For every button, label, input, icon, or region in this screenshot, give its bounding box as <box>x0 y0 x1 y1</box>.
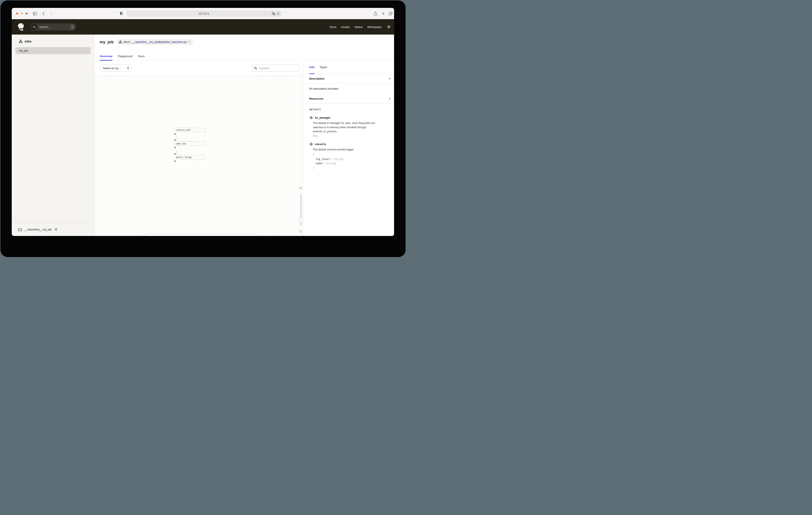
input-port <box>174 153 176 155</box>
jobs-header: Jobs <box>12 34 94 43</box>
select-caret-icon <box>127 67 129 70</box>
dag-column: Select an op... <box>94 61 303 236</box>
dag-edge <box>177 135 177 141</box>
reload-icon[interactable] <box>277 12 280 15</box>
search-shortcut-badge: / <box>70 25 74 29</box>
breadcrumb-prefix: Job in <box>123 40 130 44</box>
chevron-down-icon: ▼ <box>389 78 390 80</box>
zoom-slider-handle[interactable] <box>299 217 303 222</box>
folder-icon <box>18 228 22 231</box>
job-graph-icon <box>19 40 22 43</box>
op-subset-placeholder: Type an op subset... (ex: add_two+*) <box>150 236 193 236</box>
browser-chrome: 127.0.0.1 <box>12 8 394 19</box>
tab-overview-icon[interactable] <box>389 8 393 19</box>
dag-toolbar: Select an op... <box>94 61 303 76</box>
main-content: my_job Job in __repository__my_job@pipel… <box>94 34 394 236</box>
select-op-label: Select an op... <box>103 66 120 70</box>
op-node-return-one[interactable]: return_one <box>175 128 205 132</box>
input-port <box>174 139 176 141</box>
nav-status[interactable]: Status <box>354 25 362 29</box>
minimize-window-button[interactable] <box>21 12 23 15</box>
resource-description: The default io manager for Jobs. Uses fi… <box>313 121 383 134</box>
chevron-down-icon: ▼ <box>389 98 390 100</box>
resource-description: The default colored console logger. <box>313 147 383 152</box>
zoom-in-icon[interactable] <box>299 186 302 190</box>
tab-runs[interactable]: Runs <box>138 55 145 61</box>
fullscreen-window-button[interactable] <box>26 12 28 15</box>
output-port <box>174 133 176 135</box>
description-empty-text: No description provided <box>303 83 394 94</box>
job-tabs: Overview Playground Runs <box>99 55 145 61</box>
highlight-placeholder: Highlight... <box>259 67 271 70</box>
tab-playground[interactable]: Playground <box>118 55 133 61</box>
info-panel: Info Types Description ▼ No description … <box>303 61 394 236</box>
top-nav: Runs Assets Status Workspace ⚙ <box>330 19 390 34</box>
highlight-search-input[interactable]: Highlight... <box>252 65 300 72</box>
op-subset-input[interactable]: Type an op subset... (ex: add_two+*) <box>142 234 257 236</box>
search-icon <box>254 67 257 70</box>
search-icon <box>31 24 37 30</box>
dag-canvas[interactable]: return_one add_two multi_three <box>94 76 303 236</box>
output-port <box>174 147 176 148</box>
page-title: my_job <box>99 40 114 44</box>
dag-edge <box>177 151 177 155</box>
resource-type: Any <box>313 134 388 137</box>
share-icon[interactable] <box>374 8 377 19</box>
close-window-button[interactable] <box>16 12 18 15</box>
translate-icon[interactable] <box>272 12 275 16</box>
op-node-multi-three[interactable]: multi_three <box>175 155 205 159</box>
nav-assets[interactable]: Assets <box>341 25 350 29</box>
tab-types[interactable]: Types <box>320 61 327 74</box>
new-tab-icon[interactable] <box>382 8 385 19</box>
tab-overview[interactable]: Overview <box>99 55 112 61</box>
op-selector-icon <box>144 235 148 236</box>
tab-info[interactable]: Info <box>309 61 315 74</box>
sidebar-item-my-job[interactable]: my_job <box>16 47 91 54</box>
resources-body: default io_manager The default io <box>303 104 394 174</box>
url-bar[interactable]: 127.0.0.1 <box>126 10 282 17</box>
page-header: my_job Job in __repository__my_job@pipel… <box>94 34 394 61</box>
settings-gear-icon[interactable]: ⚙ <box>387 25 390 29</box>
resources-section-header[interactable]: Resources ▼ <box>303 94 394 104</box>
jobs-sidebar: Jobs my_job __repository__my_job <box>12 34 94 236</box>
forward-button[interactable] <box>50 8 52 19</box>
sidebar-toggle-icon[interactable] <box>33 8 37 19</box>
zoom-out-icon[interactable] <box>299 230 302 234</box>
mode-name: default <box>309 108 388 111</box>
nav-workspace[interactable]: Workspace <box>367 25 381 29</box>
back-button[interactable] <box>42 8 45 19</box>
breadcrumb-repo-link[interactable]: __repository__my_job@pipeline_execution.… <box>132 40 186 44</box>
resource-config-schema: { log_level?: String name?: String } <box>313 153 388 170</box>
breadcrumb-reload-icon[interactable] <box>188 40 191 43</box>
resource-icon <box>310 142 313 146</box>
info-panel-tabs: Info Types <box>303 61 394 74</box>
global-search-input[interactable]: Search... / <box>30 23 76 30</box>
app-header: Search... / Runs Assets Status Workspace… <box>12 19 394 34</box>
resource-console: console The default colored console logg… <box>309 142 388 170</box>
privacy-shield-icon[interactable] <box>120 8 123 19</box>
browser-window: 127.0.0.1 <box>12 8 394 236</box>
description-section-header[interactable]: Description ▼ <box>303 74 394 83</box>
repository-row[interactable]: __repository__my_job <box>12 223 94 236</box>
dagster-logo[interactable] <box>17 23 25 31</box>
nav-runs[interactable]: Runs <box>330 25 337 29</box>
resource-io-manager: io_manager The default io manager for Jo… <box>309 116 388 137</box>
url-text: 127.0.0.1 <box>199 12 209 15</box>
select-op-dropdown[interactable]: Select an op... <box>99 65 132 72</box>
repository-reload-icon[interactable] <box>55 228 57 231</box>
job-graph-icon <box>119 40 122 43</box>
breadcrumb: Job in __repository__my_job@pipeline_exe… <box>117 39 193 45</box>
jobs-title: Jobs <box>24 40 32 43</box>
repository-label: __repository__my_job <box>24 228 52 231</box>
resource-icon <box>310 116 313 119</box>
op-node-add-two[interactable]: add_two <box>175 141 205 146</box>
output-port <box>174 160 176 162</box>
search-placeholder: Search... <box>39 25 70 29</box>
